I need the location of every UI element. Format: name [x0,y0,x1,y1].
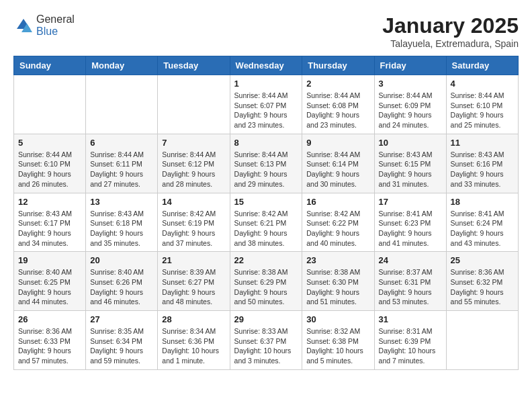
day-number-1: 1 [234,79,298,89]
day-info-7: Sunrise: 8:44 AM Sunset: 6:12 PM Dayligh… [162,150,225,189]
day-number-2: 2 [306,79,369,89]
day-info-22: Sunrise: 8:38 AM Sunset: 6:29 PM Dayligh… [234,267,298,307]
day-cell-18: 18Sunrise: 8:41 AM Sunset: 6:24 PM Dayli… [446,193,518,252]
day-info-24: Sunrise: 8:37 AM Sunset: 6:31 PM Dayligh… [379,267,442,307]
day-cell-25: 25Sunrise: 8:36 AM Sunset: 6:32 PM Dayli… [446,252,518,311]
day-cell-7: 7Sunrise: 8:44 AM Sunset: 6:12 PM Daylig… [158,134,230,193]
day-number-20: 20 [90,255,153,265]
title-block: January 2025 Talayuela, Extremadura, Spa… [382,13,519,49]
day-number-3: 3 [379,79,442,89]
day-info-8: Sunrise: 8:44 AM Sunset: 6:13 PM Dayligh… [234,150,298,189]
weekday-header-row: SundayMondayTuesdayWednesdayThursdayFrid… [14,56,519,75]
day-number-5: 5 [18,138,81,148]
day-cell-6: 6Sunrise: 8:44 AM Sunset: 6:11 PM Daylig… [86,134,158,193]
day-number-23: 23 [306,255,369,265]
day-cell-15: 15Sunrise: 8:42 AM Sunset: 6:21 PM Dayli… [230,193,302,252]
empty-cell [158,75,230,134]
day-info-15: Sunrise: 8:42 AM Sunset: 6:21 PM Dayligh… [234,209,298,248]
calendar-table: SundayMondayTuesdayWednesdayThursdayFrid… [13,56,519,370]
day-cell-14: 14Sunrise: 8:42 AM Sunset: 6:19 PM Dayli… [158,193,230,252]
week-row-2: 12Sunrise: 8:43 AM Sunset: 6:17 PM Dayli… [14,193,519,252]
day-info-9: Sunrise: 8:44 AM Sunset: 6:14 PM Dayligh… [306,150,369,189]
day-info-6: Sunrise: 8:44 AM Sunset: 6:11 PM Dayligh… [90,150,153,189]
day-info-5: Sunrise: 8:44 AM Sunset: 6:10 PM Dayligh… [18,150,81,189]
logo-icon [13,15,34,36]
day-cell-1: 1Sunrise: 8:44 AM Sunset: 6:07 PM Daylig… [230,75,302,134]
day-cell-24: 24Sunrise: 8:37 AM Sunset: 6:31 PM Dayli… [374,252,446,311]
day-number-4: 4 [451,79,514,89]
day-number-16: 16 [306,197,369,207]
day-cell-21: 21Sunrise: 8:39 AM Sunset: 6:27 PM Dayli… [158,252,230,311]
day-cell-19: 19Sunrise: 8:40 AM Sunset: 6:25 PM Dayli… [14,252,86,311]
day-info-10: Sunrise: 8:43 AM Sunset: 6:15 PM Dayligh… [379,150,442,189]
day-number-12: 12 [18,197,81,207]
day-info-13: Sunrise: 8:43 AM Sunset: 6:18 PM Dayligh… [90,209,153,248]
weekday-header-sunday: Sunday [14,56,86,75]
day-cell-22: 22Sunrise: 8:38 AM Sunset: 6:29 PM Dayli… [230,252,302,311]
day-info-21: Sunrise: 8:39 AM Sunset: 6:27 PM Dayligh… [162,267,225,307]
day-cell-26: 26Sunrise: 8:36 AM Sunset: 6:33 PM Dayli… [14,311,86,370]
day-cell-29: 29Sunrise: 8:33 AM Sunset: 6:37 PM Dayli… [230,311,302,370]
day-number-24: 24 [379,255,442,265]
day-info-2: Sunrise: 8:44 AM Sunset: 6:08 PM Dayligh… [306,91,369,130]
week-row-4: 26Sunrise: 8:36 AM Sunset: 6:33 PM Dayli… [14,311,519,370]
day-info-30: Sunrise: 8:32 AM Sunset: 6:38 PM Dayligh… [306,326,369,366]
logo-blue: Blue [36,26,58,37]
day-info-4: Sunrise: 8:44 AM Sunset: 6:10 PM Dayligh… [451,91,514,130]
weekday-header-saturday: Saturday [446,56,518,75]
day-info-28: Sunrise: 8:34 AM Sunset: 6:36 PM Dayligh… [162,326,225,366]
week-row-1: 5Sunrise: 8:44 AM Sunset: 6:10 PM Daylig… [14,134,519,193]
day-number-30: 30 [306,314,369,324]
logo-text: General Blue [36,13,75,38]
month-title: January 2025 [382,13,519,38]
day-number-15: 15 [234,197,298,207]
day-info-11: Sunrise: 8:43 AM Sunset: 6:16 PM Dayligh… [451,150,514,189]
logo-general: General [36,13,75,25]
empty-cell [14,75,86,134]
day-cell-16: 16Sunrise: 8:42 AM Sunset: 6:22 PM Dayli… [302,193,374,252]
day-number-6: 6 [90,138,153,148]
day-number-9: 9 [306,138,369,148]
day-number-8: 8 [234,138,298,148]
day-cell-23: 23Sunrise: 8:38 AM Sunset: 6:30 PM Dayli… [302,252,374,311]
day-number-14: 14 [162,197,225,207]
day-info-31: Sunrise: 8:31 AM Sunset: 6:39 PM Dayligh… [379,326,442,366]
day-cell-31: 31Sunrise: 8:31 AM Sunset: 6:39 PM Dayli… [374,311,446,370]
day-info-27: Sunrise: 8:35 AM Sunset: 6:34 PM Dayligh… [90,326,153,366]
day-cell-12: 12Sunrise: 8:43 AM Sunset: 6:17 PM Dayli… [14,193,86,252]
day-cell-20: 20Sunrise: 8:40 AM Sunset: 6:26 PM Dayli… [86,252,158,311]
weekday-header-monday: Monday [86,56,158,75]
day-info-3: Sunrise: 8:44 AM Sunset: 6:09 PM Dayligh… [379,91,442,130]
week-row-0: 1Sunrise: 8:44 AM Sunset: 6:07 PM Daylig… [14,75,519,134]
day-number-26: 26 [18,314,81,324]
day-info-16: Sunrise: 8:42 AM Sunset: 6:22 PM Dayligh… [306,209,369,248]
day-info-14: Sunrise: 8:42 AM Sunset: 6:19 PM Dayligh… [162,209,225,248]
day-number-28: 28 [162,314,225,324]
day-number-17: 17 [379,197,442,207]
weekday-header-friday: Friday [374,56,446,75]
day-number-19: 19 [18,255,81,265]
day-number-31: 31 [379,314,442,324]
day-info-26: Sunrise: 8:36 AM Sunset: 6:33 PM Dayligh… [18,326,81,366]
day-info-29: Sunrise: 8:33 AM Sunset: 6:37 PM Dayligh… [234,326,298,366]
calendar-body: 1Sunrise: 8:44 AM Sunset: 6:07 PM Daylig… [14,75,519,370]
day-cell-13: 13Sunrise: 8:43 AM Sunset: 6:18 PM Dayli… [86,193,158,252]
day-cell-17: 17Sunrise: 8:41 AM Sunset: 6:23 PM Dayli… [374,193,446,252]
day-info-12: Sunrise: 8:43 AM Sunset: 6:17 PM Dayligh… [18,209,81,248]
day-number-29: 29 [234,314,298,324]
day-number-7: 7 [162,138,225,148]
day-number-11: 11 [451,138,514,148]
day-cell-10: 10Sunrise: 8:43 AM Sunset: 6:15 PM Dayli… [374,134,446,193]
week-row-3: 19Sunrise: 8:40 AM Sunset: 6:25 PM Dayli… [14,252,519,311]
logo: General Blue [13,13,75,38]
day-cell-27: 27Sunrise: 8:35 AM Sunset: 6:34 PM Dayli… [86,311,158,370]
day-info-19: Sunrise: 8:40 AM Sunset: 6:25 PM Dayligh… [18,267,81,307]
day-cell-8: 8Sunrise: 8:44 AM Sunset: 6:13 PM Daylig… [230,134,302,193]
weekday-header-thursday: Thursday [302,56,374,75]
day-cell-3: 3Sunrise: 8:44 AM Sunset: 6:09 PM Daylig… [374,75,446,134]
day-cell-4: 4Sunrise: 8:44 AM Sunset: 6:10 PM Daylig… [446,75,518,134]
day-cell-11: 11Sunrise: 8:43 AM Sunset: 6:16 PM Dayli… [446,134,518,193]
day-number-13: 13 [90,197,153,207]
day-number-25: 25 [451,255,514,265]
empty-cell [446,311,518,370]
